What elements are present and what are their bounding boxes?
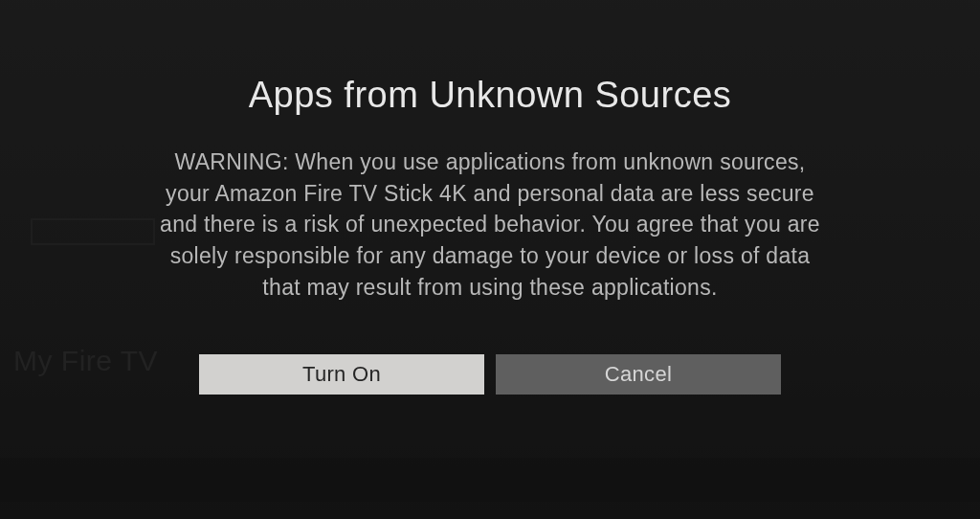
dialog-button-row: Turn On Cancel xyxy=(199,354,781,395)
cancel-button[interactable]: Cancel xyxy=(496,354,781,395)
turn-on-button[interactable]: Turn On xyxy=(199,354,484,395)
dialog-title: Apps from Unknown Sources xyxy=(249,75,732,116)
confirmation-dialog: Apps from Unknown Sources WARNING: When … xyxy=(0,0,980,519)
dialog-warning-text: WARNING: When you use applications from … xyxy=(155,147,825,303)
